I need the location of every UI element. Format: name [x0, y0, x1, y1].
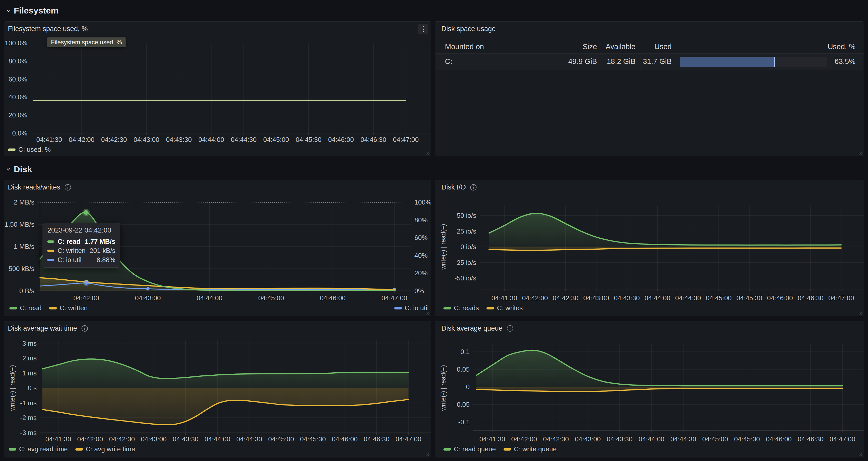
y-axis-tick-label: 100.0%	[0, 39, 27, 47]
series-swatch	[487, 307, 494, 309]
legend-label: C: avg write time	[86, 445, 135, 453]
y-axis-tick-label: -50 io/s	[436, 274, 476, 282]
y-axis-tick-label: 1 MB/s	[0, 243, 34, 250]
legend-label: C: read queue	[454, 445, 496, 453]
legend: C: readsC: writes	[443, 304, 523, 312]
column-header-used-pct[interactable]: Used, %	[805, 42, 856, 51]
y-axis-tick-label: 2 MB/s	[0, 198, 34, 206]
resize-handle-icon[interactable]	[858, 451, 863, 456]
chart-queue[interactable]	[473, 344, 864, 431]
panel-disk-average-queue: Disk average queue write(-) | read(+) C:…	[435, 321, 864, 457]
legend-item[interactable]: C: used, %	[8, 146, 51, 154]
x-axis-tick-label: 04:46:00	[312, 294, 353, 302]
y-axis-tick-label: 1 ms	[0, 369, 37, 377]
section-label: Disk	[14, 164, 32, 174]
resize-handle-icon[interactable]	[858, 310, 863, 315]
column-header-mounted-on[interactable]: Mounted on	[445, 42, 547, 51]
panel-disk-space-usage: Disk space usage Mounted on Size Availab…	[435, 21, 864, 156]
x-axis-tick-label: 04:43:00	[128, 294, 168, 302]
series-swatch	[503, 448, 511, 451]
series-swatch	[443, 448, 451, 451]
series-swatch	[9, 448, 16, 451]
kebab-icon: ⋮	[420, 25, 427, 33]
tooltip-row: C: read1.77 MB/s	[48, 237, 115, 246]
panel-menu-button[interactable]: ⋮	[418, 24, 428, 34]
resize-handle-icon[interactable]	[425, 451, 430, 456]
series-swatch	[9, 307, 17, 309]
column-header-used[interactable]: Used	[621, 42, 672, 51]
legend-item[interactable]: C: avg write time	[75, 445, 135, 453]
y-axis-tick-label: 0.1	[429, 348, 470, 356]
cell-mounted-on: C:	[445, 57, 547, 65]
legend-item[interactable]: C: reads	[443, 304, 479, 312]
info-icon[interactable]	[506, 325, 514, 332]
tooltip-row: C: io util8.88%	[48, 255, 115, 265]
legend-label: C: read	[20, 304, 41, 312]
cell-used-pct: 63.5%	[805, 57, 856, 65]
panel-disk-reads-writes: Disk reads/writes 2023-09-22 04:42:00 C:…	[4, 180, 431, 316]
y-axis-tick-label: -0.1	[429, 418, 470, 426]
legend: C: readC: written	[9, 304, 88, 312]
panel-title: Disk average wait time	[8, 325, 88, 332]
panel-disk-average-wait-time: Disk average wait time write(-) | read(+…	[4, 321, 431, 457]
resize-handle-icon[interactable]	[425, 310, 430, 315]
legend-item[interactable]: C: io util	[394, 304, 429, 312]
info-icon[interactable]	[81, 325, 88, 332]
y-axis-tick-label: -2 ms	[0, 414, 37, 422]
y-axis-tick-label: 40.0%	[0, 93, 27, 101]
y-axis-tick-label: -0.05	[429, 401, 470, 408]
y-axis-tick-label: 0.0%	[0, 129, 27, 137]
cell-divider	[677, 54, 677, 70]
section-header-filesystem[interactable]: Filesystem	[6, 6, 59, 16]
panel-title: Disk reads/writes	[8, 183, 71, 191]
x-axis-tick-label: 04:47:00	[385, 136, 426, 144]
y-axis-tick-label: 1.50 MB/s	[0, 221, 34, 228]
legend-label: C: avg read time	[19, 445, 68, 453]
info-icon[interactable]	[64, 184, 71, 191]
y-axis-tick-label: 2 ms	[0, 354, 37, 362]
series-swatch	[48, 250, 54, 252]
legend: C: read queueC: write queue	[443, 445, 557, 453]
legend-item[interactable]: C: avg read time	[9, 445, 68, 453]
x-axis-tick-label: 04:44:00	[189, 294, 230, 302]
panel-title: Filesystem space used, %	[8, 25, 88, 33]
section-label: Filesystem	[14, 6, 59, 16]
chevron-down-icon	[6, 166, 11, 172]
legend: C: used, %	[8, 146, 51, 154]
section-header-disk[interactable]: Disk	[6, 164, 32, 174]
cell-used: 31.7 GiB	[621, 57, 672, 65]
legend-item[interactable]: C: writes	[487, 304, 523, 312]
resize-handle-icon[interactable]	[425, 150, 430, 155]
chart-wait[interactable]	[40, 340, 431, 433]
x-axis-tick-label: 04:45:00	[251, 294, 291, 302]
y-axis-tick-label: 0	[429, 383, 470, 391]
y-axis-tick-label: 3 ms	[0, 339, 37, 347]
legend-label: C: writes	[497, 304, 523, 312]
info-icon[interactable]	[470, 184, 477, 191]
y-axis-tick-label: 50 io/s	[436, 212, 476, 219]
y-axis-tick-label: 500 kB/s	[0, 265, 34, 273]
y-axis-tick-label: -1 ms	[0, 399, 37, 407]
legend-right: C: io util	[394, 304, 429, 312]
chart-fs[interactable]	[31, 43, 431, 133]
chart-tooltip: 2023-09-22 04:42:00 C: read1.77 MB/s C: …	[42, 223, 120, 268]
x-axis-tick-label: 04:42:00	[66, 294, 107, 302]
series-swatch	[48, 259, 54, 261]
legend-item[interactable]: C: write queue	[503, 445, 557, 453]
y-axis-tick-label: 0.05	[429, 366, 470, 373]
legend-item[interactable]: C: read queue	[443, 445, 496, 453]
legend-item[interactable]: C: written	[49, 304, 88, 312]
legend-item[interactable]: C: read	[9, 304, 41, 312]
chart-io[interactable]	[480, 206, 864, 289]
y-axis-tick-label: 25 io/s	[436, 227, 476, 235]
x-axis-tick-label: 04:47:00	[374, 294, 415, 302]
tooltip-row: C: written201 kB/s	[48, 246, 115, 255]
resize-handle-icon[interactable]	[858, 150, 863, 155]
y-axis-tick-label: 60.0%	[0, 75, 27, 83]
legend: C: avg read timeC: avg write time	[9, 445, 135, 453]
title-hover-tooltip: Filesystem space used, %	[47, 37, 126, 48]
chevron-down-icon	[6, 8, 11, 13]
used-space-gauge-fill	[680, 57, 775, 67]
y-axis-tick-label: 0 s	[0, 384, 37, 392]
panel-title: Disk space usage	[441, 25, 496, 33]
